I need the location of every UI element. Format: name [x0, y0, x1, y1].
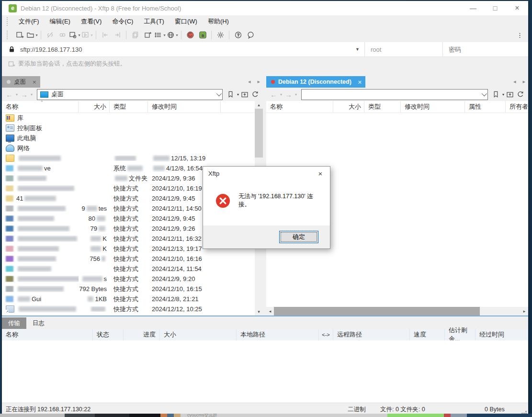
back-button[interactable]: ←	[5, 90, 14, 99]
toolbar-more-icon[interactable]: ⋮	[517, 32, 523, 39]
remote-path-combobox[interactable]	[301, 89, 488, 100]
menu-view[interactable]: 查看(V)	[76, 15, 107, 28]
scroll-down-icon[interactable]: ▾	[255, 308, 263, 316]
file-row[interactable]: 网络	[2, 143, 255, 153]
column-size[interactable]: 大小	[160, 329, 237, 340]
column-elapsed[interactable]: 经过时间	[475, 329, 516, 340]
menu-tools[interactable]: 工具(T)	[138, 15, 170, 28]
column-owner[interactable]: 所有者	[506, 101, 528, 113]
bookmark-button[interactable]	[491, 89, 500, 100]
dropdown-caret-icon[interactable]: ▾	[91, 33, 92, 37]
tab-transfer[interactable]: 传输	[2, 317, 26, 329]
password-input[interactable]	[448, 45, 528, 54]
run-button[interactable]: ▾	[81, 29, 93, 41]
column-local-path[interactable]: 本地路径	[237, 329, 319, 340]
tab-scroll-right-icon[interactable]: ▸	[522, 79, 525, 85]
dropdown-caret-icon[interactable]: ▾	[78, 33, 80, 37]
refresh-button[interactable]	[516, 89, 525, 100]
scroll-thumb[interactable]	[274, 307, 480, 316]
column-mtime[interactable]: 修改时间	[148, 101, 221, 113]
settings-button[interactable]	[215, 29, 226, 41]
tab-scroll-left-icon[interactable]: ◂	[513, 79, 516, 85]
column-status[interactable]: 状态	[93, 329, 124, 340]
file-row[interactable]: 快捷方式2024/12/14, 11:54	[2, 264, 255, 274]
dropdown-caret-icon[interactable]: ▾	[163, 33, 165, 37]
forward-history-icon[interactable]: ▾	[294, 92, 298, 97]
refresh-button[interactable]	[250, 89, 260, 100]
file-row[interactable]: 快捷方式2024/12/12, 10:25	[2, 304, 255, 314]
path-dropdown-icon[interactable]	[482, 91, 487, 96]
menu-command[interactable]: 命令(C)	[107, 15, 138, 28]
transfer-left-button[interactable]	[99, 29, 111, 41]
xshell-button[interactable]	[184, 29, 196, 41]
bookmark-button[interactable]	[226, 89, 235, 100]
tab-scroll-right-icon[interactable]: ▸	[257, 79, 260, 85]
column-type[interactable]: 类型	[110, 101, 148, 113]
local-path-combobox[interactable]: 桌面	[37, 89, 223, 100]
menu-window[interactable]: 窗口(W)	[170, 15, 203, 28]
maximize-button[interactable]: □	[484, 1, 506, 15]
web-button[interactable]: ▾	[167, 29, 178, 41]
menu-drag-handle[interactable]	[7, 17, 10, 26]
forward-history-icon[interactable]: ▾	[30, 92, 34, 97]
column-size[interactable]: 大小	[79, 101, 110, 113]
remote-tab-debian[interactable]: Debian 12 (Disconnected) ×	[266, 76, 365, 88]
menu-edit[interactable]: 编辑(E)	[45, 15, 76, 28]
view-list-button[interactable]: ▾	[154, 29, 166, 41]
dialog-close-icon[interactable]: ×	[311, 167, 330, 180]
tab-close-icon[interactable]: ×	[358, 79, 362, 86]
column-remote-path[interactable]: 远程路径	[333, 329, 410, 340]
copy-button[interactable]	[129, 29, 141, 41]
new-session-button[interactable]	[14, 29, 25, 41]
connect-button[interactable]	[57, 29, 68, 41]
column-speed[interactable]: 速度	[410, 329, 445, 340]
address-dropdown-icon[interactable]: ▼	[351, 47, 364, 52]
close-button[interactable]: ×	[506, 1, 528, 15]
column-name[interactable]: 名称⌃	[2, 101, 79, 113]
back-button[interactable]: ←	[269, 90, 278, 99]
bookmark-dropdown-icon[interactable]: ▾	[502, 92, 504, 97]
path-dropdown-icon[interactable]	[216, 91, 222, 96]
minimize-button[interactable]: —	[462, 1, 484, 15]
tab-close-icon[interactable]: ×	[33, 79, 36, 86]
tab-scroll-left-icon[interactable]: ◂	[248, 79, 251, 85]
tab-log[interactable]: 日志	[26, 317, 51, 329]
bookmark-dropdown-icon[interactable]: ▾	[237, 92, 239, 97]
file-row[interactable]: 792 Bytes快捷方式2024/12/10, 16:15	[2, 284, 255, 294]
dropdown-caret-icon[interactable]: ▾	[35, 33, 37, 37]
dropdown-caret-icon[interactable]: ▾	[176, 33, 178, 37]
local-tab-desktop[interactable]: 桌面 ×	[2, 76, 40, 88]
transfer-right-button[interactable]	[112, 29, 123, 41]
file-row[interactable]: s快捷方式2024/12/9, 9:20	[2, 274, 255, 284]
forward-button[interactable]: →	[20, 90, 29, 99]
address-input[interactable]	[19, 45, 351, 54]
forward-button[interactable]: →	[284, 90, 293, 99]
scroll-left-icon[interactable]: ◂	[266, 307, 274, 316]
file-row[interactable]: 控制面板	[2, 123, 255, 133]
column-mtime[interactable]: 修改时间	[401, 101, 465, 113]
file-row[interactable]: 12/15, 13:19	[2, 153, 255, 163]
back-history-icon[interactable]: ▾	[279, 92, 283, 97]
remote-horizontal-scrollbar[interactable]: ◂ ▸	[266, 307, 528, 316]
menu-file[interactable]: 文件(F)	[13, 15, 45, 28]
file-row[interactable]: 库	[2, 113, 255, 123]
ok-button[interactable]: 确定	[279, 231, 318, 243]
column-name[interactable]: 名称	[266, 101, 333, 113]
column-attr[interactable]: 属性	[465, 101, 506, 113]
column-eta[interactable]: 估计剩余...	[445, 329, 475, 340]
file-row[interactable]: 756快捷方式2024/12/10, 16:16	[2, 254, 255, 264]
scroll-right-icon[interactable]: ▸	[521, 307, 528, 316]
session-properties-button[interactable]: ▾	[69, 29, 80, 41]
file-row[interactable]: 此电脑	[2, 133, 255, 143]
url-box[interactable]: ▼	[2, 42, 364, 56]
username-input[interactable]	[370, 45, 442, 54]
disconnect-button[interactable]	[44, 29, 56, 41]
new-folder-button[interactable]	[240, 89, 249, 100]
column-size[interactable]: 大小	[333, 101, 364, 113]
new-folder-button[interactable]	[505, 89, 515, 100]
new-window-button[interactable]	[142, 29, 153, 41]
menu-help[interactable]: 帮助(H)	[203, 15, 234, 28]
column-direction[interactable]: <->	[319, 329, 333, 340]
back-history-icon[interactable]: ▾	[15, 92, 19, 97]
feedback-button[interactable]	[245, 29, 256, 41]
